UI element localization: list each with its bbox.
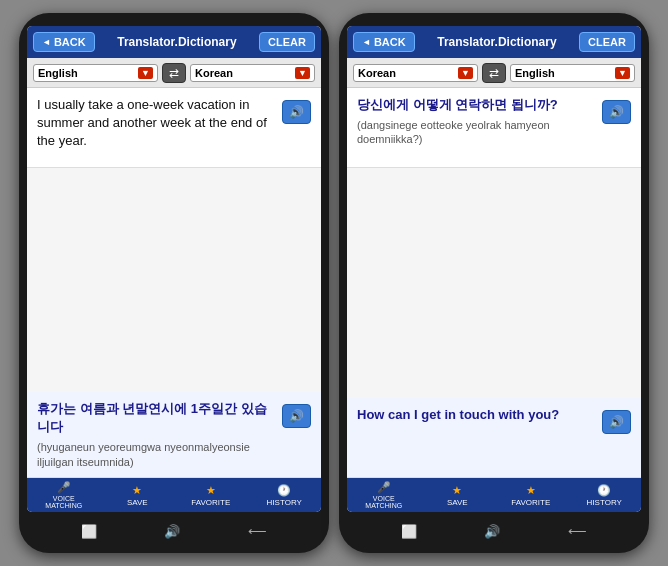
- voice-icon-2: 🎤: [377, 481, 391, 494]
- romanized-text-2-1: (dangsinege eotteoke yeolrak hamyeon doe…: [357, 118, 596, 147]
- nav-favorite-label-1: FAVORITE: [191, 498, 230, 507]
- clear-button-2[interactable]: CLEAR: [579, 32, 635, 52]
- back-button-2[interactable]: BACK: [353, 32, 415, 52]
- target-lang-dropdown-1: ▼: [295, 67, 310, 79]
- spacer-2: [347, 168, 641, 398]
- clear-button-1[interactable]: CLEAR: [259, 32, 315, 52]
- history-icon-1: 🕐: [277, 484, 291, 497]
- favorite-icon-2: ★: [526, 484, 536, 497]
- nav-history-1[interactable]: 🕐 HISTORY: [248, 478, 322, 512]
- source-lang-select-1[interactable]: English ▼: [33, 64, 158, 82]
- speaker-button-2-2[interactable]: 🔊: [602, 410, 631, 434]
- source-lang-dropdown-2: ▼: [458, 67, 473, 79]
- target-lang-label-1: Korean: [195, 67, 233, 79]
- translation-block-1-2: 휴가는 여름과 년말연시에 1주일간 있습니다 (hyuganeun yeore…: [27, 392, 321, 478]
- phone-1-screen: BACK Translator.Dictionary CLEAR English…: [27, 26, 321, 512]
- nav-save-2[interactable]: ★ SAVE: [421, 478, 495, 512]
- top-bar-2: BACK Translator.Dictionary CLEAR: [347, 26, 641, 58]
- top-bar-1: BACK Translator.Dictionary CLEAR: [27, 26, 321, 58]
- lang-row-2: Korean ▼ ⇄ English ▼: [347, 58, 641, 88]
- nav-voice-label-1: VOICEMATCHING: [45, 495, 82, 509]
- romanized-text-1-2: (hyuganeun yeoreumgwa nyeonmalyeonsie il…: [37, 440, 276, 469]
- home-btn-2[interactable]: ⬜: [401, 524, 417, 539]
- korean-text-1-2: 휴가는 여름과 년말연시에 1주일간 있습니다: [37, 400, 276, 436]
- target-lang-dropdown-2: ▼: [615, 67, 630, 79]
- speaker-button-1-1[interactable]: 🔊: [282, 100, 311, 124]
- home-btn-1[interactable]: ⬜: [81, 524, 97, 539]
- phone-2: BACK Translator.Dictionary CLEAR Korean …: [339, 13, 649, 553]
- nav-voice-label-2: VOICEMATCHING: [365, 495, 402, 509]
- speaker-button-1-2[interactable]: 🔊: [282, 404, 311, 428]
- nav-history-2[interactable]: 🕐 HISTORY: [568, 478, 642, 512]
- translation-text-2-2: How can I get in touch with you?: [357, 406, 596, 428]
- phone-2-screen: BACK Translator.Dictionary CLEAR Korean …: [347, 26, 641, 512]
- save-icon-1: ★: [132, 484, 142, 497]
- source-lang-label-1: English: [38, 67, 78, 79]
- speaker-button-2-1[interactable]: 🔊: [602, 100, 631, 124]
- korean-text-2-1: 당신에게 어떻게 연락하면 됩니까?: [357, 96, 596, 114]
- nav-save-label-1: SAVE: [127, 498, 148, 507]
- swap-button-1[interactable]: ⇄: [162, 63, 186, 83]
- main-text-1-1: I usually take a one-week vacation in su…: [37, 96, 276, 151]
- translation-text-1-1: I usually take a one-week vacation in su…: [37, 96, 276, 155]
- save-icon-2: ★: [452, 484, 462, 497]
- lang-row-1: English ▼ ⇄ Korean ▼: [27, 58, 321, 88]
- bottom-nav-1: 🎤 VOICEMATCHING ★ SAVE ★ FAVORITE 🕐 HIST…: [27, 478, 321, 512]
- speaker-hw-1: 🔊: [164, 524, 180, 539]
- favorite-icon-1: ★: [206, 484, 216, 497]
- target-lang-select-2[interactable]: English ▼: [510, 64, 635, 82]
- app-title-2: Translator.Dictionary: [437, 35, 556, 49]
- translation-text-2-1: 당신에게 어떻게 연락하면 됩니까? (dangsinege eotteoke …: [357, 96, 596, 147]
- nav-save-1[interactable]: ★ SAVE: [101, 478, 175, 512]
- translation-block-2-2: How can I get in touch with you? 🔊: [347, 398, 641, 478]
- phone-1: BACK Translator.Dictionary CLEAR English…: [19, 13, 329, 553]
- source-lang-select-2[interactable]: Korean ▼: [353, 64, 478, 82]
- main-text-2-2: How can I get in touch with you?: [357, 406, 596, 424]
- target-lang-select-1[interactable]: Korean ▼: [190, 64, 315, 82]
- nav-favorite-label-2: FAVORITE: [511, 498, 550, 507]
- translation-block-2-1: 당신에게 어떻게 연락하면 됩니까? (dangsinege eotteoke …: [347, 88, 641, 168]
- back-hw-btn-2[interactable]: ⟵: [568, 524, 587, 539]
- content-area-2: 당신에게 어떻게 연락하면 됩니까? (dangsinege eotteoke …: [347, 88, 641, 478]
- nav-favorite-1[interactable]: ★ FAVORITE: [174, 478, 248, 512]
- nav-favorite-2[interactable]: ★ FAVORITE: [494, 478, 568, 512]
- phone-bottom-1: ⬜ 🔊 ⟵: [27, 517, 321, 545]
- swap-button-2[interactable]: ⇄: [482, 63, 506, 83]
- app-title-1: Translator.Dictionary: [117, 35, 236, 49]
- nav-history-label-2: HISTORY: [587, 498, 622, 507]
- translation-block-1-1: I usually take a one-week vacation in su…: [27, 88, 321, 168]
- history-icon-2: 🕐: [597, 484, 611, 497]
- nav-history-label-1: HISTORY: [267, 498, 302, 507]
- target-lang-label-2: English: [515, 67, 555, 79]
- speaker-hw-2: 🔊: [484, 524, 500, 539]
- voice-icon-1: 🎤: [57, 481, 71, 494]
- nav-save-label-2: SAVE: [447, 498, 468, 507]
- back-button-1[interactable]: BACK: [33, 32, 95, 52]
- phone-bottom-2: ⬜ 🔊 ⟵: [347, 517, 641, 545]
- source-lang-label-2: Korean: [358, 67, 396, 79]
- nav-voice-matching-1[interactable]: 🎤 VOICEMATCHING: [27, 478, 101, 512]
- content-area-1: I usually take a one-week vacation in su…: [27, 88, 321, 478]
- bottom-nav-2: 🎤 VOICEMATCHING ★ SAVE ★ FAVORITE 🕐 HIST…: [347, 478, 641, 512]
- spacer-1: [27, 168, 321, 392]
- back-hw-btn-1[interactable]: ⟵: [248, 524, 267, 539]
- translation-text-1-2: 휴가는 여름과 년말연시에 1주일간 있습니다 (hyuganeun yeore…: [37, 400, 276, 469]
- source-lang-dropdown-1: ▼: [138, 67, 153, 79]
- nav-voice-matching-2[interactable]: 🎤 VOICEMATCHING: [347, 478, 421, 512]
